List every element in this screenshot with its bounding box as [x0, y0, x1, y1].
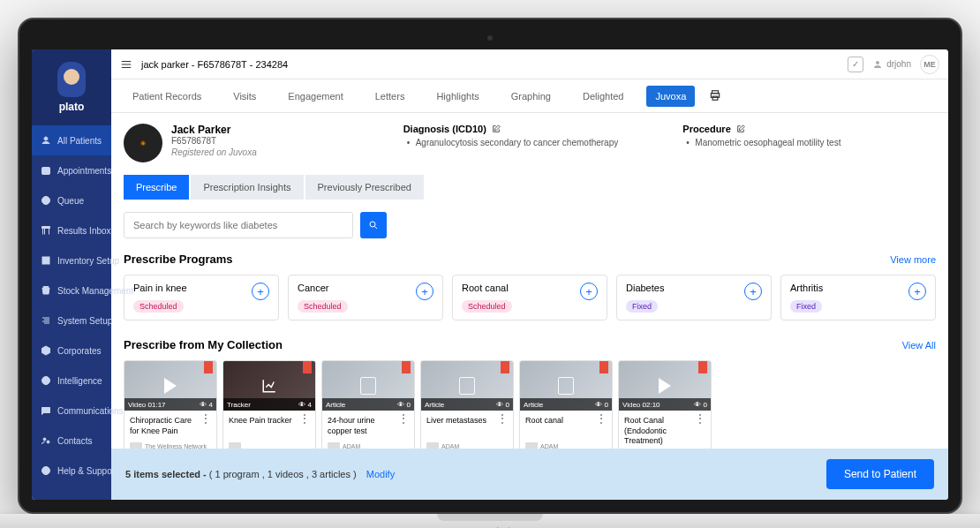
- more-options-icon[interactable]: ⋮: [695, 416, 705, 447]
- add-program-button[interactable]: +: [908, 283, 926, 300]
- subtab-prescribe[interactable]: Prescribe: [124, 175, 189, 200]
- selection-bar: 5 items selected - ( 1 program , 1 video…: [111, 449, 948, 500]
- sidebar-item-contacts[interactable]: Contacts: [32, 426, 111, 456]
- subtab-previously-prescribed[interactable]: Previously Prescribed: [305, 175, 424, 200]
- program-card[interactable]: Arthritis Fixed +: [780, 275, 936, 321]
- nav-icon: [41, 255, 51, 266]
- collection-title: Prescribe from My Collection: [124, 338, 283, 351]
- program-card[interactable]: Diabetes Fixed +: [616, 275, 772, 321]
- topbar: jack parker - F6578678T - 234284 ✓ drjoh…: [111, 49, 948, 79]
- view-count: 👁 0: [694, 401, 707, 409]
- patient-id: F6578678T: [171, 136, 257, 146]
- document-icon: [360, 377, 376, 395]
- nav-label: All Patients: [57, 136, 102, 146]
- search-input[interactable]: [124, 212, 353, 238]
- subtabs: PrescribePrescription InsightsPreviously…: [124, 175, 936, 200]
- svg-point-13: [370, 222, 375, 227]
- sidebar-item-results-inbox[interactable]: Results Inbox: [32, 215, 111, 245]
- tab-delighted[interactable]: Delighted: [574, 86, 632, 107]
- tab-graphing[interactable]: Graphing: [502, 86, 560, 107]
- sidebar-item-inventory-setup[interactable]: Inventory Setup: [32, 245, 111, 275]
- add-program-button[interactable]: +: [416, 283, 433, 300]
- modify-link[interactable]: Modify: [366, 469, 395, 479]
- card-title: 24-hour urine copper test: [328, 416, 395, 437]
- nav-label: Inventory Setup: [57, 256, 119, 266]
- svg-point-7: [47, 441, 49, 443]
- bookmark-icon: [303, 361, 312, 373]
- programs-title: Prescribe Programs: [124, 253, 233, 266]
- selection-detail: ( 1 program , 1 videos , 3 articles ): [209, 469, 357, 479]
- tab-patient-records[interactable]: Patient Records: [124, 86, 210, 107]
- sidebar-item-appointments[interactable]: Appointments: [32, 155, 111, 185]
- sidebar-item-intelligence[interactable]: Intelligence: [32, 366, 111, 396]
- tab-engagement[interactable]: Engagement: [279, 86, 351, 107]
- username-label: drjohn: [886, 59, 911, 69]
- view-count: 👁 0: [595, 401, 608, 409]
- view-count: 👁 0: [397, 401, 411, 409]
- bookmark-icon: [402, 361, 411, 373]
- bookmark-icon: [204, 361, 213, 373]
- check-icon[interactable]: ✓: [848, 57, 863, 72]
- search-button[interactable]: [360, 212, 387, 238]
- more-options-icon[interactable]: ⋮: [596, 416, 607, 437]
- view-all-link[interactable]: View All: [902, 340, 936, 351]
- nav-icon: [41, 435, 51, 446]
- more-options-icon[interactable]: ⋮: [398, 416, 409, 437]
- procedure-item: Manometric oesophageal motility test: [682, 138, 936, 147]
- tabs-row: Patient RecordsVisitsEngagementLettersHi…: [111, 79, 948, 113]
- tab-juvoxa[interactable]: Juvoxa: [646, 86, 695, 107]
- content-type: Article: [425, 401, 444, 409]
- add-program-button[interactable]: +: [252, 283, 269, 300]
- procedure-label: Procedure: [682, 124, 730, 134]
- program-card[interactable]: Cancer Scheduled +: [288, 275, 443, 321]
- card-title: Root canal: [525, 416, 592, 437]
- sidebar-item-corporates[interactable]: Corporates: [32, 336, 111, 366]
- content-type: Article: [524, 401, 543, 409]
- more-options-icon[interactable]: ⋮: [200, 416, 211, 437]
- more-options-icon[interactable]: ⋮: [299, 416, 310, 437]
- tab-letters[interactable]: Letters: [366, 86, 414, 107]
- sidebar-item-help-&-support[interactable]: Help & Support: [32, 456, 111, 486]
- more-options-icon[interactable]: ⋮: [497, 416, 508, 437]
- edit-icon[interactable]: [492, 124, 501, 133]
- view-count: 👁 4: [298, 401, 312, 409]
- sidebar-item-queue[interactable]: Queue: [32, 185, 111, 215]
- user-menu[interactable]: drjohn: [872, 59, 911, 70]
- view-more-link[interactable]: View more: [890, 254, 936, 265]
- patient-header: ◉ Jack Parker F6578678T Registered on Ju…: [124, 124, 936, 175]
- sidebar-item-stock-management[interactable]: Stock Management: [32, 275, 111, 305]
- add-program-button[interactable]: +: [744, 283, 762, 300]
- selection-count: 5 items selected -: [125, 469, 207, 479]
- edit-icon[interactable]: [736, 124, 745, 133]
- me-badge[interactable]: ME: [920, 55, 939, 74]
- avatar: ◉: [124, 124, 162, 162]
- bookmark-icon: [501, 361, 509, 373]
- print-icon[interactable]: [709, 89, 721, 102]
- sidebar-item-system-setup[interactable]: System Setup: [32, 305, 111, 336]
- bookmark-icon: [698, 361, 707, 373]
- sidebar-item-communications[interactable]: Communications: [32, 396, 111, 426]
- status-badge: Scheduled: [298, 300, 348, 313]
- tab-highlights[interactable]: Highlights: [427, 86, 487, 107]
- add-program-button[interactable]: +: [580, 283, 598, 300]
- nav-icon: [41, 165, 51, 176]
- svg-line-14: [375, 227, 378, 230]
- svg-point-9: [876, 61, 879, 64]
- program-title: Pain in knee: [133, 283, 187, 293]
- subtab-prescription-insights[interactable]: Prescription Insights: [191, 175, 303, 200]
- patient-registered: Registered on Juvoxa: [171, 147, 257, 157]
- program-card[interactable]: Pain in knee Scheduled +: [124, 275, 279, 321]
- sidebar: plato All Patients Appointments Queue Re…: [32, 49, 111, 500]
- menu-icon[interactable]: [120, 58, 132, 71]
- svg-point-6: [43, 438, 46, 441]
- sidebar-item-all-patients[interactable]: All Patients: [32, 125, 111, 155]
- nav-icon: [41, 345, 51, 356]
- svg-rect-0: [42, 168, 50, 175]
- tab-visits[interactable]: Visits: [224, 86, 265, 107]
- diagnosis-item: Agranulocytosis secondary to cancer chem…: [403, 138, 657, 147]
- program-card[interactable]: Root canal Scheduled +: [452, 275, 607, 321]
- card-title: Liver metastases: [426, 416, 494, 437]
- send-to-patient-button[interactable]: Send to Patient: [826, 459, 934, 489]
- content-type: Tracker: [227, 401, 251, 409]
- brand-logo[interactable]: plato: [32, 49, 111, 125]
